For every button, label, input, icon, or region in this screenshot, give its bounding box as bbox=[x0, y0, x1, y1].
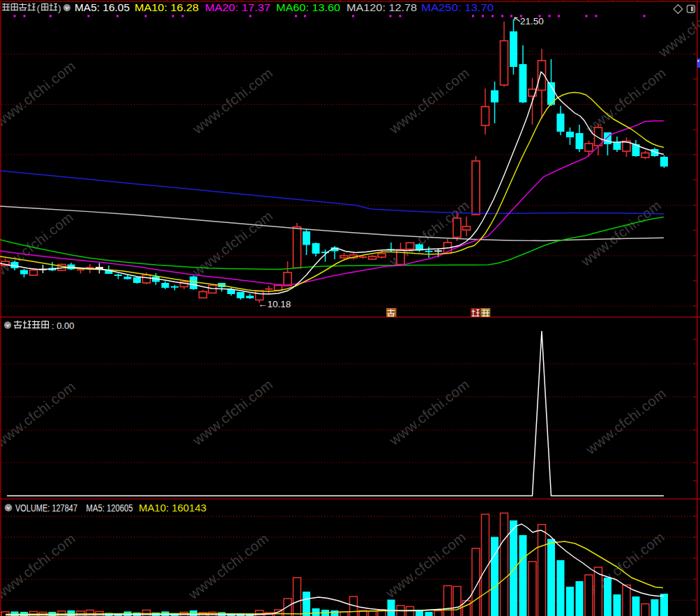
svg-text:MA5: 16.05: MA5: 16.05 bbox=[75, 2, 130, 13]
svg-text:VOLUME: 127847: VOLUME: 127847 bbox=[15, 502, 77, 514]
svg-text:): ) bbox=[58, 3, 61, 13]
svg-text:←10.18: ←10.18 bbox=[258, 299, 291, 309]
svg-text:21.50: 21.50 bbox=[520, 16, 544, 26]
svg-text:MA20: 17.37: MA20: 17.37 bbox=[205, 2, 271, 13]
svg-text:MA250: 13.70: MA250: 13.70 bbox=[421, 2, 494, 13]
svg-text:MA10: 16.28: MA10: 16.28 bbox=[135, 2, 199, 13]
svg-text:MA5: 120605: MA5: 120605 bbox=[86, 502, 133, 514]
svg-text:MA60: 13.60: MA60: 13.60 bbox=[276, 2, 340, 13]
svg-text:MA120: 12.78: MA120: 12.78 bbox=[347, 2, 417, 13]
svg-text:MA10: 160143: MA10: 160143 bbox=[139, 502, 206, 514]
svg-text:(: ( bbox=[37, 3, 40, 13]
svg-text:: 0.00: : 0.00 bbox=[52, 321, 75, 331]
